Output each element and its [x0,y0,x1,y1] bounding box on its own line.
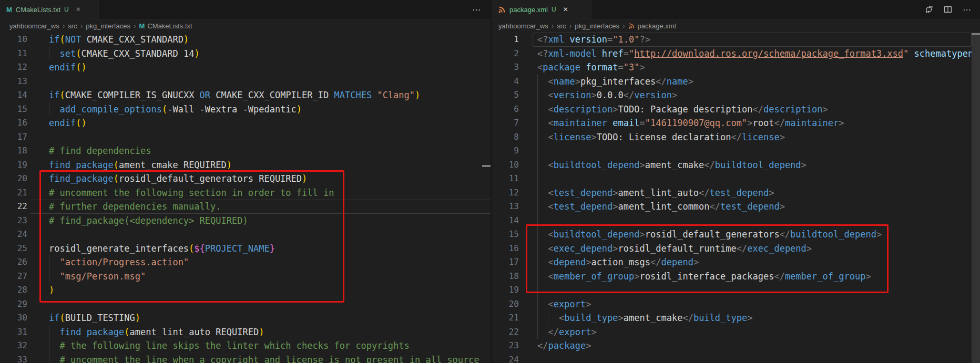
code-token: > [780,201,785,212]
code-line[interactable]: # the following line skips the linter wh… [49,339,410,353]
code-line[interactable]: # uncomment the following section in ord… [49,186,334,200]
overview-ruler-cursor-marker [482,165,491,167]
code-line[interactable]: <test_depend>ament_lint_auto</test_depen… [537,186,774,200]
code-line[interactable]: if(NOT CMAKE_CXX_STANDARD) [49,33,189,47]
code-clip: 1011121314151617181920212223242526272829… [0,33,482,363]
code-line[interactable]: find_package(ament_cmake REQUIRED) [49,158,232,172]
code-line[interactable]: find_package(rosidl_default_generators R… [49,172,307,186]
code-token: > [591,327,596,337]
code-line[interactable]: endif() [49,60,87,75]
line-number: 19 [492,283,519,297]
code-token: > [575,76,580,87]
code-token: ament_cmake [624,313,683,323]
code-token: NOT [65,34,81,45]
indent-guide [537,158,538,172]
line-number: 3 [492,60,519,75]
tab-label: package.xml [509,6,548,14]
code-editor-packagexml[interactable]: 123456789101112131415161718192021222324 … [492,33,980,363]
code-token: ( [162,104,167,115]
code-token: # find dependencies [49,146,151,156]
code-token: schematypens [908,48,972,59]
code-line[interactable]: <member_of_group>rosidl_interface_packag… [537,269,871,284]
code-line[interactable]: if(CMAKE_COMPILER_IS_GNUCXX OR CMAKE_CXX… [49,88,420,102]
code-token: > [780,132,785,142]
line-number: 15 [0,102,27,117]
code-line[interactable]: if(BUILD_TESTING) [49,311,140,325]
code-line[interactable]: <buildtool_depend>rosidl_default_generat… [537,227,882,242]
breadcrumb-item[interactable]: pkg_interfaces [575,22,619,30]
tab-packagexml[interactable]: package.xml U ✕ [492,0,591,19]
code-token [537,257,548,267]
code-token [537,90,548,100]
tab-cmakelists[interactable]: M CMakeLists.txt U ✕ [0,0,99,19]
code-line[interactable]: "action/Progress.action" [49,255,189,269]
line-number: 11 [492,172,519,186]
code-line[interactable]: <depend>action_msgs</depend> [537,255,699,269]
close-icon[interactable]: ✕ [563,6,568,13]
breadcrumb-item[interactable]: pkg_interfaces [86,22,130,30]
code-token: version [554,90,591,100]
breadcrumb-item[interactable]: yahboomcar_ws [9,22,59,30]
code-line[interactable]: # find_package(<dependency> REQUIRED) [49,214,248,228]
line-number: 21 [0,186,27,200]
close-icon[interactable]: ✕ [76,6,81,13]
code-token: < [548,160,553,170]
code-line[interactable]: ) [49,283,54,297]
breadcrumb-item[interactable]: CMakeLists.txt [147,22,192,30]
code-line[interactable]: <buildtool_depend>ament_cmake</buildtool… [537,158,807,172]
code-editor-cmakelists[interactable]: 1011121314151617181920212223242526272829… [0,33,491,363]
breadcrumb-item[interactable]: yahboomcar_ws [498,22,548,30]
code-line[interactable]: set(CMAKE_CXX_STANDARD 14) [49,47,200,61]
code-line[interactable]: # further dependencies manually. [49,200,221,214]
code-token: ( [59,90,65,100]
chevron-right-icon: › [569,22,572,30]
indent-guide [537,255,538,269]
more-actions-icon[interactable]: ⋯ [963,5,972,15]
code-token: = [607,34,612,45]
code-line[interactable]: <description>TODO: Package description</… [537,102,828,117]
indent-guide [537,214,538,228]
code-token: > [612,188,618,198]
code-token: name [667,76,688,87]
code-line[interactable]: <build_type>ament_cmake</build_type> [537,311,753,325]
code-line[interactable]: <exec_depend>rosidl_default_runtime</exe… [537,242,812,256]
open-changes-icon[interactable] [925,5,933,14]
breadcrumb-item[interactable]: src [557,22,566,30]
code-token [537,188,548,198]
code-line[interactable]: </export> [537,325,597,339]
code-token: ) [183,34,189,45]
code-line[interactable]: <version>0.0.0</version> [537,88,677,102]
code-line[interactable]: # uncomment the line when a copyright an… [49,353,479,363]
more-actions-icon[interactable]: ⋯ [472,5,481,15]
scrollbar-vertical[interactable] [482,33,491,363]
split-editor-icon[interactable] [944,5,952,14]
breadcrumb-item[interactable]: package.xml [638,22,676,30]
code-line[interactable]: find_package(ament_lint_auto REQUIRED) [49,325,264,339]
code-line[interactable]: </package> [537,339,591,353]
code-token: test_depend [554,201,613,212]
code-line[interactable]: <maintainer email="1461190907@qq.com">ro… [537,116,844,130]
code-token: format [580,62,618,72]
code-line[interactable]: add_compile_options(-Wall -Wextra -Wpeda… [49,102,302,117]
code-token: < [548,188,553,198]
code-token: ( [114,160,119,170]
code-token: ) [194,48,199,59]
code-token: test_depend [554,188,613,198]
line-number: 19 [0,158,27,172]
code-line[interactable]: <name>pkg_interfaces</name> [537,75,693,89]
scrollbar-vertical[interactable] [972,33,980,363]
code-line[interactable]: <export> [537,297,591,312]
code-line[interactable]: <package format="3"> [537,60,645,75]
code-line[interactable]: <?xml version="1.0"?> [537,33,650,47]
scrollbar-thumb[interactable] [972,33,980,363]
code-line[interactable]: <?xml-model href="http://download.ros.or… [537,47,972,61]
code-line[interactable]: endif() [49,116,87,130]
code-line[interactable]: <license>TODO: License declaration</lice… [537,130,785,144]
code-token: "3" [624,62,640,72]
code-line[interactable]: # find dependencies [49,144,151,158]
code-line[interactable]: rosidl_generate_interfaces(${PROJECT_NAM… [49,242,275,256]
code-line[interactable]: "msg/Person.msg" [49,269,146,284]
breadcrumb-item[interactable]: src [68,22,77,30]
code-token: < [548,104,553,115]
code-line[interactable]: <test_depend>ament_lint_common</test_dep… [537,200,785,214]
